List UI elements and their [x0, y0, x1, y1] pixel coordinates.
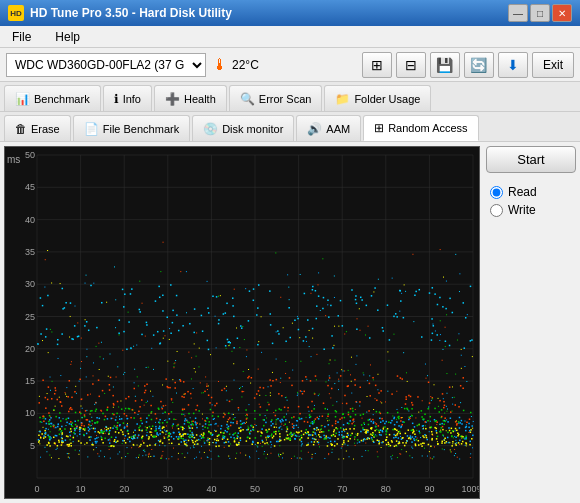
error-scan-icon: 🔍 — [240, 92, 255, 106]
tab-error-scan[interactable]: 🔍 Error Scan — [229, 85, 323, 111]
file-benchmark-icon: 📄 — [84, 122, 99, 136]
tab-info[interactable]: ℹ Info — [103, 85, 152, 111]
minimize-button[interactable]: — — [508, 4, 528, 22]
toolbar-btn-2[interactable]: ⊟ — [396, 52, 426, 78]
aam-icon: 🔊 — [307, 122, 322, 136]
chart-canvas — [5, 147, 480, 499]
toolbar-btn-1[interactable]: ⊞ — [362, 52, 392, 78]
temperature-value: 22°C — [232, 58, 259, 72]
read-radio-row: Read — [490, 185, 572, 199]
health-icon: ➕ — [165, 92, 180, 106]
toolbar-btn-refresh[interactable]: 🔄 — [464, 52, 494, 78]
menu-help[interactable]: Help — [49, 28, 86, 46]
info-icon: ℹ — [114, 92, 119, 106]
menu-bar: File Help — [0, 26, 580, 48]
random-access-icon: ⊞ — [374, 121, 384, 135]
write-radio[interactable] — [490, 204, 503, 217]
read-radio[interactable] — [490, 186, 503, 199]
thermometer-icon: 🌡 — [212, 56, 228, 74]
tab-bar-2: 🗑 Erase 📄 File Benchmark 💿 Disk monitor … — [0, 112, 580, 142]
mode-radio-group: Read Write — [486, 181, 576, 221]
tab-benchmark[interactable]: 📊 Benchmark — [4, 85, 101, 111]
start-button[interactable]: Start — [486, 146, 576, 173]
write-radio-row: Write — [490, 203, 572, 217]
temperature-display: 🌡 22°C — [212, 56, 259, 74]
toolbar: WDC WD360GD-00FLA2 (37 GB) 🌡 22°C ⊞ ⊟ 💾 … — [0, 48, 580, 82]
toolbar-btn-save[interactable]: 💾 — [430, 52, 460, 78]
disk-monitor-icon: 💿 — [203, 122, 218, 136]
erase-icon: 🗑 — [15, 122, 27, 136]
write-label: Write — [508, 203, 536, 217]
title-bar: HD HD Tune Pro 3.50 - Hard Disk Utility … — [0, 0, 580, 26]
close-button[interactable]: ✕ — [552, 4, 572, 22]
maximize-button[interactable]: □ — [530, 4, 550, 22]
menu-file[interactable]: File — [6, 28, 37, 46]
tab-aam[interactable]: 🔊 AAM — [296, 115, 361, 141]
side-panel: Start Read Write — [486, 146, 576, 499]
chart-container — [4, 146, 480, 499]
main-content: Start Read Write — [0, 142, 580, 503]
tab-folder-usage[interactable]: 📁 Folder Usage — [324, 85, 431, 111]
window-title: HD Tune Pro 3.50 - Hard Disk Utility — [30, 6, 232, 20]
read-label: Read — [508, 185, 537, 199]
benchmark-icon: 📊 — [15, 92, 30, 106]
folder-icon: 📁 — [335, 92, 350, 106]
tab-erase[interactable]: 🗑 Erase — [4, 115, 71, 141]
toolbar-btn-down[interactable]: ⬇ — [498, 52, 528, 78]
window-controls: — □ ✕ — [508, 4, 572, 22]
tab-random-access[interactable]: ⊞ Random Access — [363, 115, 478, 141]
tab-disk-monitor[interactable]: 💿 Disk monitor — [192, 115, 294, 141]
tab-bar-1: 📊 Benchmark ℹ Info ➕ Health 🔍 Error Scan… — [0, 82, 580, 112]
toolbar-buttons: ⊞ ⊟ 💾 🔄 ⬇ Exit — [362, 52, 574, 78]
disk-selector[interactable]: WDC WD360GD-00FLA2 (37 GB) — [6, 53, 206, 77]
exit-button[interactable]: Exit — [532, 52, 574, 78]
tab-file-benchmark[interactable]: 📄 File Benchmark — [73, 115, 190, 141]
app-icon: HD — [8, 5, 24, 21]
tab-health[interactable]: ➕ Health — [154, 85, 227, 111]
